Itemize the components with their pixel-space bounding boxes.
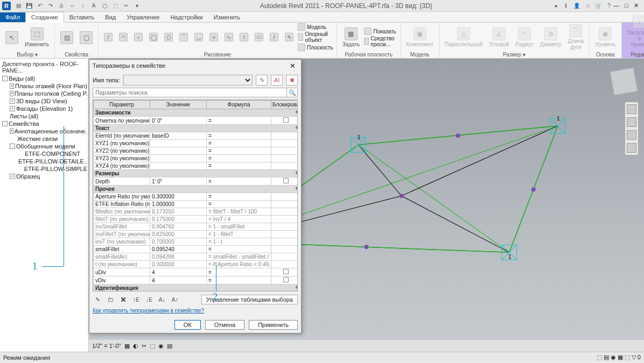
- tree-node[interactable]: Жесткие связи: [2, 135, 87, 143]
- ribbon-small-button[interactable]: Средство просм...: [364, 35, 397, 47]
- maximize-button[interactable]: □: [625, 2, 628, 9]
- new-type-button[interactable]: ✎: [256, 75, 268, 86]
- vc-icon[interactable]: ⬚: [150, 343, 155, 350]
- ribbon-button[interactable]: ⌒: [177, 32, 190, 42]
- ribbon-button[interactable]: ▢: [78, 30, 95, 45]
- vc-icon[interactable]: ◉: [158, 343, 164, 350]
- favorites-icon[interactable]: ☆: [583, 2, 592, 10]
- ribbon-small-button[interactable]: Опорный объект: [298, 31, 333, 43]
- ribbon-button[interactable]: ✧: [207, 32, 220, 42]
- infocenter-icon[interactable]: ℹ: [562, 2, 570, 10]
- view-control-bar[interactable]: 1/2" = 1'-0" ▦ ◐ ✂ ⬚ ◉ ▤: [89, 340, 644, 352]
- ribbon-button[interactable]: ▤: [58, 30, 75, 45]
- tab-modify[interactable]: Изменить: [208, 12, 246, 22]
- param-row[interactable]: smallFillet0.095240=: [94, 246, 298, 253]
- tree-node[interactable]: +Фасады (Elevation 1): [2, 105, 87, 112]
- ribbon-button[interactable]: ⬭: [253, 32, 265, 42]
- param-row[interactable]: XYZ1 (по умолчанию)=: [94, 140, 298, 147]
- ribbon-button[interactable]: ∿: [222, 32, 235, 42]
- ribbon-button[interactable]: /: [102, 32, 115, 42]
- qat-redo-icon[interactable]: ↷: [46, 2, 55, 10]
- ok-button[interactable]: ОК: [174, 320, 201, 330]
- cart-icon[interactable]: 🛒: [594, 2, 603, 10]
- param-group-row[interactable]: Зависимости✧: [94, 109, 298, 117]
- user-icon[interactable]: 👤: [572, 2, 581, 10]
- tree-node[interactable]: ETFE-PILLOW-SIMPLE: [2, 165, 87, 173]
- tab-manage[interactable]: Управление: [121, 12, 165, 22]
- qat-print-icon[interactable]: ⎙: [57, 2, 66, 10]
- ribbon-small-button[interactable]: Модель: [298, 23, 333, 31]
- param-row[interactable]: uDiv4=: [94, 268, 298, 276]
- param-row[interactable]: t (по умолчанию)0.300000= if(Aperture Ra…: [94, 261, 298, 268]
- ribbon-button[interactable]: ⌇: [237, 32, 250, 42]
- type-name-select[interactable]: [123, 75, 253, 86]
- tree-node[interactable]: ETFE-COMPONENT: [2, 150, 87, 158]
- vc-icon[interactable]: ▦: [124, 343, 130, 350]
- ribbon-button[interactable]: ◡: [192, 32, 205, 42]
- ribbon-button[interactable]: ▦Задать: [340, 26, 362, 48]
- qat-section-icon[interactable]: ✂: [122, 2, 130, 10]
- param-row[interactable]: smallFilletArc0.094288= smallFillet - sm…: [94, 253, 298, 261]
- param-group-row[interactable]: Идентификация✧: [94, 284, 298, 292]
- qat-more-icon[interactable]: ▾: [132, 2, 141, 10]
- delete-type-button[interactable]: ✖: [286, 75, 298, 86]
- ribbon-button[interactable]: ↖: [3, 30, 20, 45]
- dialog-close-button[interactable]: ✕: [287, 62, 298, 70]
- param-row[interactable]: ElemId (по умолчанию)baseID=: [94, 132, 298, 140]
- ribbon-small-button[interactable]: Показать: [364, 27, 397, 35]
- tree-node[interactable]: +Аннотационные обозначе...: [2, 127, 87, 135]
- tree-node[interactable]: -Виды (all): [2, 75, 87, 82]
- search-icon[interactable]: 🔍: [287, 88, 298, 97]
- ribbon-button[interactable]: ◯: [147, 32, 160, 42]
- qat-measure-icon[interactable]: ↔: [68, 2, 76, 10]
- param-row[interactable]: invFilletT (по умолчанию)0.825000= 1 - f…: [94, 231, 298, 238]
- tree-node[interactable]: -Семейства: [2, 120, 87, 127]
- cancel-button[interactable]: Отмена: [205, 320, 244, 330]
- view-cube[interactable]: [610, 67, 638, 95]
- tree-node[interactable]: +Планы этажей (Floor Plan): [2, 82, 87, 90]
- help-link[interactable]: Как управлять типоразмерами в семействе?: [93, 308, 298, 314]
- param-row[interactable]: filletT (по умолчанию)0.175000= invT / 4: [94, 216, 298, 223]
- qat-save-icon[interactable]: 💾: [25, 2, 33, 10]
- qat-region-icon[interactable]: ▢: [100, 2, 109, 10]
- tree-node[interactable]: Листы (all): [2, 112, 87, 120]
- file-tab[interactable]: Файл: [0, 12, 25, 22]
- ribbon-button[interactable]: /: [268, 32, 281, 42]
- sort-asc-icon[interactable]: A↓: [157, 295, 167, 304]
- param-group-row[interactable]: Размеры✧: [94, 170, 298, 177]
- param-row[interactable]: XYZ2 (по умолчанию)=: [94, 147, 298, 155]
- param-row[interactable]: Depth1' 0"=: [94, 177, 298, 186]
- apply-button[interactable]: Применить: [249, 320, 298, 330]
- view-scale[interactable]: 1/2" = 1'-0": [92, 343, 121, 349]
- ribbon-button[interactable]: ✎: [283, 32, 296, 42]
- tree-node[interactable]: ETFE-PILLOW-DETAILE...: [2, 158, 87, 165]
- movedown-icon[interactable]: ↓E: [144, 295, 154, 304]
- status-icons[interactable]: ⬚ ▤ ◉ ▦ ⬚ ▽ 0: [597, 354, 641, 361]
- ribbon-button[interactable]: ⬚Изменить: [23, 26, 51, 48]
- manage-lookup-button[interactable]: Управление таблицами выбора: [201, 295, 298, 304]
- help-icon[interactable]: ?: [605, 2, 613, 10]
- col-value[interactable]: Значение: [150, 101, 207, 109]
- ribbon-button[interactable]: ○: [132, 32, 145, 42]
- dialog-titlebar[interactable]: Типоразмеры в семействе ✕: [89, 60, 301, 72]
- vc-icon[interactable]: ▤: [167, 343, 172, 350]
- edit-param-icon[interactable]: 🗀: [106, 295, 115, 304]
- qat-undo-icon[interactable]: ↶: [36, 2, 44, 10]
- qat-open-icon[interactable]: ▤: [14, 2, 23, 10]
- delete-param-icon[interactable]: 🗙: [118, 295, 128, 304]
- navigation-bar[interactable]: [625, 102, 639, 155]
- qat-text-icon[interactable]: A: [89, 2, 98, 10]
- param-row[interactable]: invT (по умолчанию)0.700000= 1 - t: [94, 238, 298, 246]
- param-row[interactable]: XYZ3 (по умолчанию)=: [94, 155, 298, 162]
- search-input[interactable]: [93, 88, 287, 97]
- col-formula[interactable]: Формула: [207, 101, 271, 109]
- qat-dim-icon[interactable]: ↕: [79, 2, 87, 10]
- col-parameter[interactable]: Параметр: [94, 101, 150, 109]
- param-row[interactable]: Aperture Ratio (по умолча0.300000=: [94, 193, 298, 201]
- new-param-icon[interactable]: ✎: [93, 295, 102, 304]
- param-row[interactable]: ETFE Inflation Ratio (по умо1.000000=: [94, 201, 298, 208]
- project-browser[interactable]: Диспетчер проекта - ROOF-PANE... -Виды (…: [0, 59, 89, 352]
- tree-node[interactable]: +3D виды (3D View): [2, 97, 87, 105]
- tab-view[interactable]: Вид: [100, 12, 121, 22]
- rename-type-button[interactable]: AI: [271, 75, 283, 86]
